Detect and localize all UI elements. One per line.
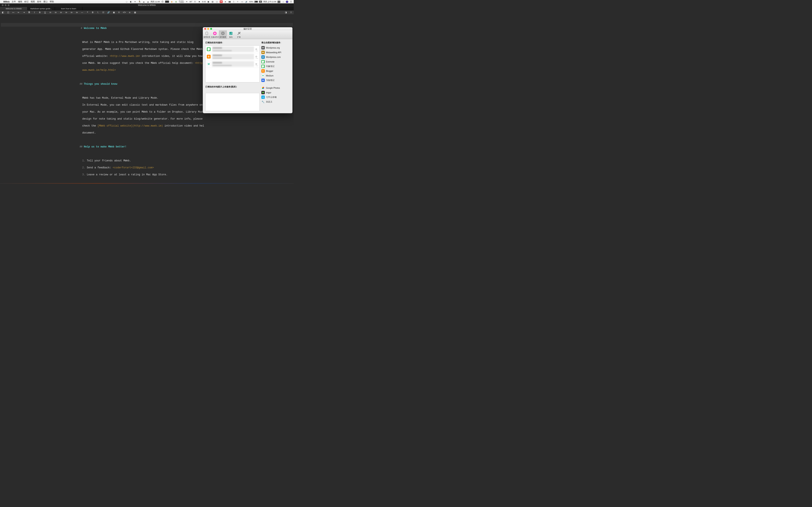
code-icon[interactable]: </> (123, 11, 126, 14)
remove-icon[interactable]: — (256, 64, 258, 67)
add-service-evernote[interactable]: Evernote (261, 59, 291, 64)
h5-icon[interactable]: H5 (70, 11, 73, 14)
ul-icon[interactable]: ≣ (91, 11, 94, 14)
siri-icon[interactable] (286, 1, 288, 3)
strike-icon[interactable]: S (38, 11, 41, 14)
menu-window[interactable]: 窗口 (43, 0, 48, 3)
image-icon[interactable]: ▣ (112, 11, 115, 14)
quote-icon[interactable]: ❝ (86, 11, 89, 14)
toggle-split-icon[interactable]: ◫ (7, 11, 9, 14)
h6-icon[interactable]: H6 (75, 11, 78, 14)
window-zoom-button[interactable] (8, 4, 9, 6)
add-service-blogger[interactable]: Blogger (261, 69, 291, 73)
add-service-wiz[interactable]: 为知笔记 (261, 78, 291, 82)
add-service-metaweblog[interactable]: Metaweblog API (261, 50, 291, 55)
tab-syntax-guide[interactable]: Markdown syntax guide... (28, 7, 55, 10)
status-icon[interactable]: ① (194, 1, 196, 3)
prefs-tab-publish[interactable]: 发布服务 (219, 31, 227, 39)
status-icon[interactable]: ▮▮ (228, 1, 231, 3)
input-source-icon[interactable]: A (259, 1, 262, 3)
table-icon[interactable]: ▦ (134, 11, 136, 14)
status-icon[interactable]: . (165, 1, 169, 3)
remove-icon[interactable]: — (256, 57, 258, 60)
prefs-tab-extension[interactable]: 扩展 (235, 31, 243, 39)
add-service-wordpress-com[interactable]: Wordpress.com (261, 55, 291, 59)
status-icon[interactable]: ▮ (174, 1, 177, 3)
status-icon[interactable]: ■ (198, 1, 201, 3)
add-service-medium[interactable]: Medium (261, 73, 291, 78)
prefs-minimize-button[interactable] (207, 28, 209, 30)
status-icon[interactable]: ◧ (130, 1, 133, 3)
status-icon[interactable]: Ⓒ (161, 0, 164, 3)
status-icon[interactable]: ✈ (134, 1, 137, 3)
right-panel-icon[interactable]: ◨ (284, 11, 287, 14)
add-image-service-custom[interactable]: 自定义 (261, 100, 291, 104)
menu-mark[interactable]: 标记 (24, 0, 29, 3)
h2-icon[interactable]: H2 (54, 11, 57, 14)
status-calendar-icon[interactable]: 20 (220, 0, 223, 3)
tab-learn[interactable]: learn how to learn (55, 7, 83, 10)
status-day-time[interactable]: 周四 11:08 (151, 0, 160, 3)
status-icon[interactable]: ◻ (215, 1, 218, 3)
menubar-app[interactable]: MWeb (3, 1, 9, 3)
h4-icon[interactable]: H4 (65, 11, 68, 14)
h1-icon[interactable]: H1 (49, 11, 52, 14)
status-icon[interactable]: ☁ (146, 1, 149, 3)
share-icon[interactable]: ⇪ (290, 11, 293, 14)
status-clock[interactable]: 周四 上午11:08 (263, 0, 276, 3)
status-icon[interactable]: ▓▓ (277, 1, 281, 3)
status-timer[interactable]: 6:43 (202, 1, 206, 3)
wifi-icon[interactable]: ᯤ (237, 1, 240, 3)
status-temp-icon[interactable]: ☀ (185, 1, 188, 3)
h3-icon[interactable]: H3 (59, 11, 62, 14)
service-row-medium[interactable]: ⚙ — (206, 60, 259, 68)
status-icon[interactable]: ▤ (211, 1, 214, 3)
status-icon[interactable]: ☁ (142, 1, 145, 3)
prefs-tab-general[interactable]: 通用设置 (203, 31, 211, 39)
volume-icon[interactable]: 🔊 (245, 1, 248, 3)
display-icon[interactable]: ▭ (241, 1, 244, 3)
ol-icon[interactable]: ⒈ (96, 11, 99, 14)
prefs-close-button[interactable] (204, 28, 206, 30)
status-icon[interactable]: ◌ (125, 1, 128, 3)
service-row-evernote[interactable]: ⚙ — (206, 46, 259, 53)
add-image-service-qiniu[interactable]: 七牛云存储 (261, 95, 291, 100)
status-netstats[interactable]: 39.9KB/s2.6KB/s (179, 0, 184, 3)
menu-file[interactable]: 文件 (12, 0, 16, 3)
prefs-titlebar[interactable]: 偏好设置 (203, 27, 293, 31)
battery-icon[interactable] (254, 1, 258, 3)
hr-icon[interactable]: ― (81, 11, 84, 14)
notification-center-icon[interactable]: ☰ (290, 1, 293, 3)
status-icon[interactable]: 🐧 (138, 1, 141, 3)
remove-icon[interactable]: — (256, 49, 258, 52)
menu-publish[interactable]: 发布 (37, 0, 41, 3)
checklist-icon[interactable]: ☑ (102, 11, 105, 14)
status-battery-pct[interactable]: 83% (249, 1, 253, 3)
link2-icon[interactable]: 🔗 (107, 11, 110, 14)
add-service-yinxiang[interactable]: 印象笔记 (261, 64, 291, 69)
status-temp[interactable]: 30° (190, 1, 192, 3)
add-image-service-imgur[interactable]: imgur (261, 90, 291, 95)
add-image-service-google-photos[interactable]: Google Photos (261, 86, 291, 90)
prefs-tab-theme[interactable]: 主题&样式 (211, 31, 219, 39)
bluetooth-icon[interactable]: ᛒ (233, 1, 235, 3)
menu-help[interactable]: 帮助 (50, 0, 54, 3)
service-row-blogger[interactable]: ⚙ — (206, 53, 259, 60)
toggle-left-panel-icon[interactable]: ◧ (1, 11, 4, 14)
prefs-zoom-button[interactable] (210, 28, 212, 30)
attach-icon[interactable]: ⎘ (117, 11, 120, 14)
menu-edit[interactable]: 编辑 (18, 0, 22, 3)
add-service-wordpress-org[interactable]: Wordpress.org (261, 45, 291, 50)
codeblock-icon[interactable]: ⧈ (128, 11, 131, 14)
window-minimize-button[interactable] (5, 4, 7, 6)
indent-icon[interactable]: ⇥ (22, 11, 26, 14)
outdent-icon[interactable]: ⇤ (17, 11, 20, 14)
underline-icon[interactable]: U (44, 11, 47, 14)
link-icon[interactable]: ⧟ (12, 11, 15, 14)
status-icon[interactable]: ▮ (170, 1, 173, 3)
tab-welcome[interactable]: Welcome to MWeb (0, 7, 28, 10)
spotlight-icon[interactable]: ⌕ (282, 1, 285, 3)
status-icon[interactable]: ▣ (207, 1, 210, 3)
prefs-tab-backup[interactable]: 备份 (227, 31, 235, 39)
status-icon[interactable]: ♠ (224, 1, 227, 3)
